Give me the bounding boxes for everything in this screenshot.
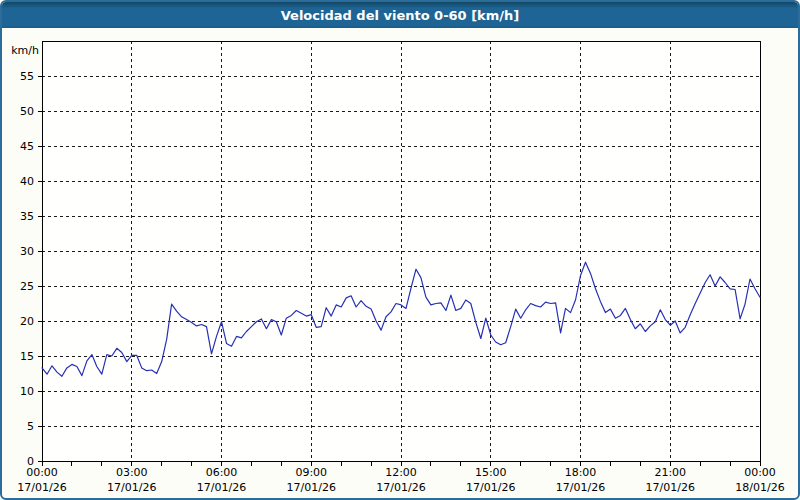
x-tick-label-date: 17/01/26 bbox=[107, 481, 156, 494]
x-tick-label-date: 17/01/26 bbox=[197, 481, 246, 494]
x-tick-label-date: 17/01/26 bbox=[17, 481, 66, 494]
wind-speed-window: Velocidad del viento 0-60 [km/h] 0510152… bbox=[0, 0, 800, 500]
x-tick-label-date: 17/01/26 bbox=[287, 481, 336, 494]
x-tick-label-date: 17/01/26 bbox=[376, 481, 425, 494]
x-tick-label-date: 18/01/26 bbox=[735, 481, 784, 494]
x-tick-label-date: 17/01/26 bbox=[646, 481, 695, 494]
x-tick-label-time: 03:00 bbox=[116, 466, 148, 479]
y-tick-label: 55 bbox=[20, 70, 34, 83]
chart-region: 0510152025303540455055km/h00:0017/01/260… bbox=[2, 2, 800, 500]
y-tick-label: 50 bbox=[20, 105, 34, 118]
y-tick-label: 25 bbox=[20, 280, 34, 293]
x-tick-label-time: 12:00 bbox=[385, 466, 417, 479]
x-tick-label-time: 06:00 bbox=[206, 466, 238, 479]
x-tick-label-time: 00:00 bbox=[744, 466, 776, 479]
y-tick-label: 35 bbox=[20, 210, 34, 223]
x-tick-label-time: 09:00 bbox=[295, 466, 327, 479]
x-tick-label-time: 18:00 bbox=[565, 466, 597, 479]
x-tick-label-time: 21:00 bbox=[654, 466, 686, 479]
y-tick-label: 5 bbox=[27, 420, 34, 433]
y-tick-label: 45 bbox=[20, 140, 34, 153]
wind-speed-chart: 0510152025303540455055km/h00:0017/01/260… bbox=[2, 2, 800, 500]
x-tick-label-date: 17/01/26 bbox=[556, 481, 605, 494]
y-tick-label: 20 bbox=[20, 315, 34, 328]
y-axis-unit-label: km/h bbox=[11, 44, 39, 57]
x-tick-label-time: 15:00 bbox=[475, 466, 507, 479]
y-tick-label: 15 bbox=[20, 350, 34, 363]
y-tick-label: 40 bbox=[20, 175, 34, 188]
y-tick-label: 30 bbox=[20, 245, 34, 258]
window-title: Velocidad del viento 0-60 [km/h] bbox=[281, 8, 520, 23]
window-titlebar: Velocidad del viento 0-60 [km/h] bbox=[2, 2, 798, 28]
x-tick-label-date: 17/01/26 bbox=[466, 481, 515, 494]
y-tick-label: 10 bbox=[20, 385, 34, 398]
x-tick-label-time: 00:00 bbox=[26, 466, 58, 479]
